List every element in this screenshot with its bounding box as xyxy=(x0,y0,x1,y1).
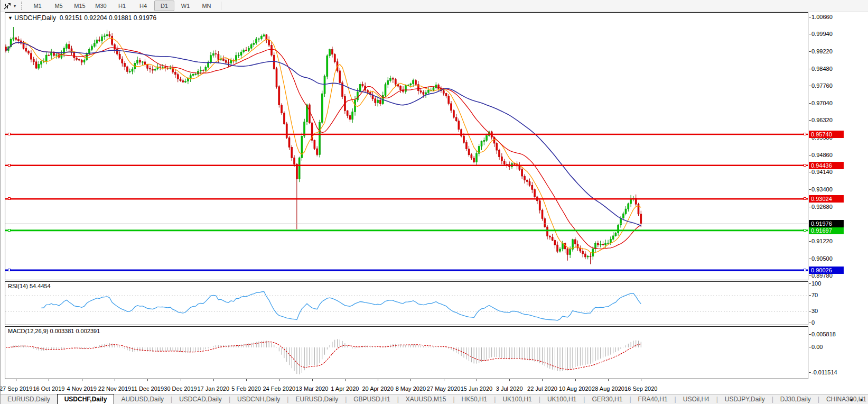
rsi-pane[interactable]: RSI(14) 54.4454 xyxy=(5,281,808,325)
hline-handle[interactable] xyxy=(8,269,11,271)
macd-axis-label: 0.005818 xyxy=(811,331,836,338)
hline-handle[interactable] xyxy=(8,197,11,200)
date-tick xyxy=(641,379,641,381)
ohlc-low: 0.91881 xyxy=(109,14,132,22)
rsi-axis-label: 0 xyxy=(811,319,815,326)
timeframe-button-m1[interactable]: M1 xyxy=(27,1,48,11)
hline-handle[interactable] xyxy=(804,133,806,135)
price-axis-label: 0.97040 xyxy=(811,100,833,107)
macd-pane[interactable]: MACD(12,26,9) 0.003381 0.002391 xyxy=(5,326,808,379)
date-tick xyxy=(115,379,115,381)
timeframe-button-m30[interactable]: M30 xyxy=(91,1,111,11)
price-axis-label: 0.98480 xyxy=(811,66,833,72)
macd-axis-label: -0.011514 xyxy=(811,369,837,376)
price-tag-0.90026[interactable]: 0.90026 xyxy=(809,267,844,274)
tab-xauusd-m15[interactable]: XAUUSD,M15 xyxy=(399,394,453,404)
tab-usdchf-daily[interactable]: USDCHF,Daily xyxy=(57,394,115,404)
date-label: 4 Nov 2019 xyxy=(67,385,97,392)
current-price-tag[interactable]: 0.91976 xyxy=(809,220,844,227)
price-axis-label: 1.00660 xyxy=(811,14,833,21)
hline-handle[interactable] xyxy=(8,133,11,135)
chart-tool-button[interactable]: ▾ xyxy=(1,0,19,12)
rsi-chart-canvas[interactable] xyxy=(5,282,808,325)
price-axis-label: 0.92680 xyxy=(811,204,833,210)
date-label: 27 Sep 2019 xyxy=(0,385,32,392)
tab-eurusd-daily[interactable]: EURUSD,Daily xyxy=(1,394,57,404)
rsi-axis-label: 100 xyxy=(811,280,821,287)
timeframe-button-mn[interactable]: MN xyxy=(197,1,217,11)
date-tick xyxy=(82,379,82,381)
price-axis-label: 0.90500 xyxy=(811,255,833,262)
tab-gbpusd-h1[interactable]: GBPUSD,H1 xyxy=(347,394,397,404)
price-axis-label: 0.99220 xyxy=(811,48,833,55)
date-label: 16 Oct 2019 xyxy=(33,385,64,392)
tab-eurusd-daily[interactable]: EURUSD,Daily xyxy=(288,394,345,404)
macd-chart-canvas[interactable] xyxy=(5,327,808,379)
tab-fra40-h1[interactable]: FRA40,H1 xyxy=(631,394,675,404)
date-tick xyxy=(509,379,510,381)
hline-handle[interactable] xyxy=(804,269,806,271)
date-tick xyxy=(312,379,313,381)
macd-signal-value: 0.002391 xyxy=(76,328,100,334)
toolbar-grip[interactable] xyxy=(21,2,24,10)
toolbar-separator xyxy=(221,2,221,10)
tab-usdjpy-daily[interactable]: USDJPY,Daily xyxy=(718,394,772,404)
date-label: 27 May 2020 xyxy=(427,385,461,392)
price-tag-0.93024[interactable]: 0.93024 xyxy=(809,195,844,203)
rsi-axis-label: 30 xyxy=(811,308,818,315)
date-tick xyxy=(147,379,148,381)
tab-scroll-right-icon[interactable]: ► xyxy=(860,397,864,402)
rsi-value: 54.4454 xyxy=(30,283,51,289)
hline-handle[interactable] xyxy=(804,229,806,232)
ohlc-close: 0.91976 xyxy=(134,14,156,22)
price-tag-0.95740[interactable]: 0.95740 xyxy=(809,131,844,138)
date-label: 22 Jul 2020 xyxy=(527,385,557,392)
date-label: 15 Jun 2020 xyxy=(461,385,493,392)
timeframe-toolbar: ▾ M1M5M15M30H1H4D1W1MN xyxy=(1,0,868,12)
tab-ger30-h1[interactable]: GER30,H1 xyxy=(585,394,629,404)
tab-audusd-daily[interactable]: AUDUSD,Daily xyxy=(114,394,171,404)
tab-scroll-left-icon[interactable]: ◄ xyxy=(848,397,853,402)
price-tag-0.94436[interactable]: 0.94436 xyxy=(809,162,844,169)
date-tick xyxy=(542,379,543,381)
tab-usdcad-daily[interactable]: USDCAD,Daily xyxy=(172,394,229,404)
hline-handle[interactable] xyxy=(8,229,11,232)
chevron-down-icon: ▾ xyxy=(14,4,16,8)
macd-axis-label: 0.00 xyxy=(811,344,823,351)
timeframe-button-h1[interactable]: H1 xyxy=(112,1,132,11)
hline-handle[interactable] xyxy=(8,164,11,167)
timeframe-button-h4[interactable]: H4 xyxy=(133,1,153,11)
mt4-window: ▾ M1M5M15M30H1H4D1W1MN ▼ USDCHF,Daily 0.… xyxy=(0,0,868,404)
price-axis-label: 0.94860 xyxy=(811,152,833,159)
chart-tab-bar: EURUSD,DailyUSDCHF,DailyAUDUSD,Daily|USD… xyxy=(1,394,868,404)
timeframe-button-w1[interactable]: W1 xyxy=(175,1,195,11)
date-tick xyxy=(213,379,214,381)
triangle-down-icon[interactable]: ▼ xyxy=(8,15,13,21)
hline-handle[interactable] xyxy=(804,164,806,167)
date-tick xyxy=(477,379,477,381)
timeframe-button-m15[interactable]: M15 xyxy=(70,1,90,11)
main-chart-pane[interactable]: ▼ USDCHF,Daily 0.92151 0.92204 0.91881 0… xyxy=(5,12,808,280)
date-label: 11 Dec 2019 xyxy=(131,385,164,392)
timeframe-button-m5[interactable]: M5 xyxy=(49,1,69,11)
tab-dj30-daily[interactable]: DJ30,Daily xyxy=(773,394,818,404)
tab-uk100-h1[interactable]: UK100,H1 xyxy=(496,394,538,404)
date-tick xyxy=(49,379,49,381)
date-tick xyxy=(410,379,411,381)
price-tag-0.91697[interactable]: 0.91697 xyxy=(809,227,844,234)
date-label: 30 Dec 2019 xyxy=(164,385,197,392)
date-tick xyxy=(444,379,444,381)
price-axis-label: 0.96320 xyxy=(811,117,833,124)
candlestick-chart-canvas[interactable] xyxy=(5,13,808,280)
price-axis-label: 0.93400 xyxy=(811,186,833,193)
date-tick xyxy=(279,379,279,381)
tab-usoil-h4[interactable]: USOil,H4 xyxy=(676,394,716,404)
tab-uk100-h1[interactable]: UK100,H1 xyxy=(540,394,583,404)
hline-handle[interactable] xyxy=(804,197,806,200)
tab-hk50-h1[interactable]: HK50,H1 xyxy=(455,394,494,404)
chart-cursor-icon xyxy=(4,2,12,10)
tab-usdcnh-daily[interactable]: USDCNH,Daily xyxy=(230,394,287,404)
timeframe-button-d1[interactable]: D1 xyxy=(154,1,174,11)
date-label: 20 Apr 2020 xyxy=(362,385,393,392)
timeframe-buttons: M1M5M15M30H1H4D1W1MN xyxy=(27,1,217,11)
